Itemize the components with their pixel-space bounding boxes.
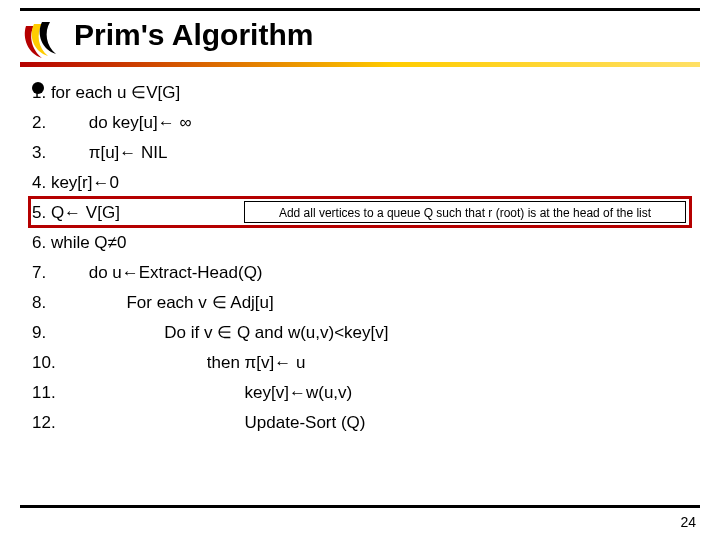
code-line: 1. for each u ∈V[G] [32, 83, 180, 102]
code-line: 7. do u←Extract-Head(Q) [32, 263, 263, 282]
code-line: 4. key[r]←0 [32, 173, 119, 192]
gradient-rule [20, 62, 700, 67]
code-line: 2. do key[u]← ∞ [32, 113, 192, 132]
code-line: 12. Update-Sort (Q) [32, 413, 365, 432]
page-number: 24 [680, 514, 696, 530]
code-line: 10. then π[v]← u [32, 353, 305, 372]
code-line: 6. while Q≠0 [32, 233, 126, 252]
code-line: 11. key[v]←w(u,v) [32, 383, 352, 402]
code-line: 8. For each v ∈ Adj[u] [32, 293, 274, 312]
top-rule [20, 8, 700, 11]
slide: Prim's Algorithm 1. for each u ∈V[G] 2. … [0, 0, 720, 540]
callout-text: Add all vertices to a queue Q such that … [244, 201, 686, 223]
code-line: 3. π[u]← NIL [32, 143, 168, 162]
pseudocode-block: 1. for each u ∈V[G] 2. do key[u]← ∞ 3. π… [32, 78, 389, 438]
code-line: 9. Do if v ∈ Q and w(u,v)<key[v] [32, 323, 389, 342]
bottom-rule [20, 505, 700, 508]
slide-title: Prim's Algorithm [74, 18, 313, 52]
logo [20, 18, 64, 62]
